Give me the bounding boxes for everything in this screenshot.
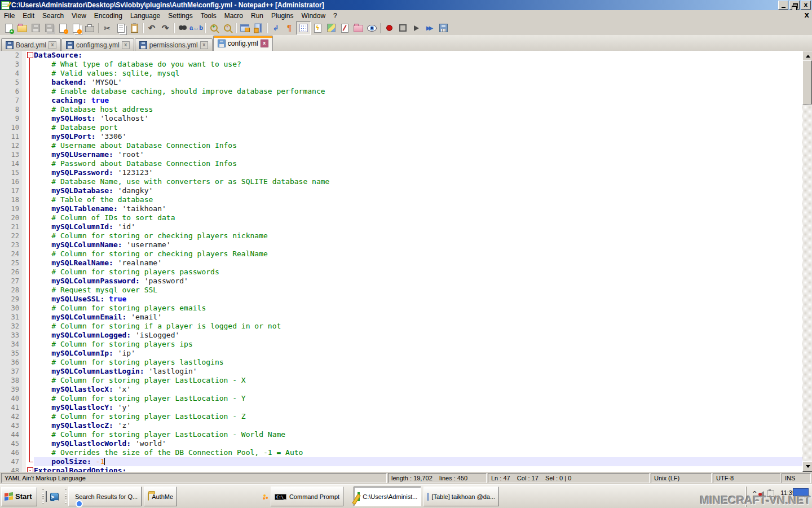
code-line-21[interactable]: 21 mySQLColumnId: 'id' <box>0 222 802 231</box>
bookmark-margin[interactable] <box>22 240 26 249</box>
fold-margin[interactable] <box>26 385 34 394</box>
taskbar-button-command-prompt[interactable]: C:\_Command Prompt <box>271 487 343 506</box>
macro-play-icon[interactable] <box>409 22 423 34</box>
code-line-43[interactable]: 43 mySQLlastlocZ: 'z' <box>0 421 802 430</box>
fold-margin[interactable] <box>26 340 34 349</box>
tab-close-icon[interactable]: x <box>122 41 130 49</box>
bookmark-margin[interactable] <box>22 304 26 313</box>
fold-margin[interactable] <box>26 213 34 222</box>
code-line-14[interactable]: 14 # Password about Database Connection … <box>0 159 802 168</box>
powershell-icon[interactable]: >_ <box>50 491 59 502</box>
fold-margin[interactable]: - <box>26 51 34 60</box>
close-all-icon[interactable]: - <box>69 22 83 34</box>
fold-margin[interactable] <box>26 331 34 340</box>
bookmark-margin[interactable] <box>22 132 26 141</box>
function-list-icon[interactable]: ϟ <box>311 22 324 34</box>
menu-help[interactable]: ? <box>329 11 341 21</box>
bookmark-margin[interactable] <box>22 249 26 259</box>
code-line-27[interactable]: 27 mySQLColumnPassword: 'password' <box>0 277 802 286</box>
bookmark-margin[interactable] <box>22 222 26 231</box>
server-manager-icon[interactable] <box>46 492 47 502</box>
status-insert-mode[interactable]: INS <box>782 473 811 483</box>
minimize-button[interactable] <box>778 1 788 10</box>
code-line-20[interactable]: 20 # Column of IDs to sort data <box>0 213 802 222</box>
fold-margin[interactable] <box>26 132 34 141</box>
code-line-7[interactable]: 7 caching: true <box>0 96 802 105</box>
fold-margin[interactable] <box>26 177 34 186</box>
menu-search[interactable]: Search <box>38 11 68 21</box>
code-line-12[interactable]: 12 # Username about Database Connection … <box>0 141 802 150</box>
code-line-22[interactable]: 22 # Column for storing or checking play… <box>0 231 802 240</box>
status-encoding[interactable]: UTF-8 <box>713 473 780 483</box>
bookmark-margin[interactable] <box>22 286 26 295</box>
vertical-scrollbar[interactable] <box>802 51 812 472</box>
fold-margin[interactable] <box>26 240 34 249</box>
bookmark-margin[interactable] <box>22 313 26 322</box>
macro-stop-icon[interactable] <box>396 22 409 34</box>
redo-icon[interactable]: ↷ <box>158 22 172 34</box>
code-line-35[interactable]: 35 mySQLColumnIp: 'ip' <box>0 349 802 358</box>
fold-margin[interactable] <box>26 231 34 240</box>
fold-margin[interactable] <box>26 403 34 412</box>
fold-margin[interactable] <box>26 376 34 385</box>
bookmark-margin[interactable] <box>22 331 26 340</box>
bookmark-margin[interactable] <box>22 204 26 213</box>
scroll-down-button[interactable] <box>802 461 812 472</box>
fold-margin[interactable] <box>26 367 34 376</box>
bookmark-margin[interactable] <box>22 466 26 472</box>
code-line-6[interactable]: 6 # Enable database caching, should impr… <box>0 87 802 96</box>
fold-margin[interactable] <box>26 141 34 150</box>
tab-Board.yml[interactable]: Board.ymlx <box>1 38 61 51</box>
fold-margin[interactable] <box>26 295 34 304</box>
code-line-17[interactable]: 17 mySQLDatabase: 'dangky' <box>0 186 802 195</box>
bookmark-margin[interactable] <box>22 268 26 277</box>
code-line-31[interactable]: 31 mySQLColumnEmail: 'email' <box>0 313 802 322</box>
bookmark-margin[interactable] <box>22 168 26 177</box>
code-line-26[interactable]: 26 # Column for storing players password… <box>0 268 802 277</box>
fold-margin[interactable] <box>26 78 34 87</box>
code-line-33[interactable]: 33 mySQLColumnLogged: 'isLogged' <box>0 331 802 340</box>
fold-margin[interactable] <box>26 87 34 96</box>
bookmark-margin[interactable] <box>22 231 26 240</box>
code-line-39[interactable]: 39 mySQLlastlocX: 'x' <box>0 385 802 394</box>
taskbar-button-c-users-administ[interactable]: C:\Users\Administ... <box>354 487 421 506</box>
code-line-30[interactable]: 30 # Column for storing players emails <box>0 304 802 313</box>
bookmark-margin[interactable] <box>22 349 26 358</box>
fold-collapse-icon[interactable]: - <box>27 52 33 58</box>
tab-configmsg.yml[interactable]: configmsg.ymlx <box>61 38 134 51</box>
fold-margin[interactable] <box>26 448 34 457</box>
menu-close-button[interactable]: X <box>805 12 809 19</box>
bookmark-margin[interactable] <box>22 277 26 286</box>
undo-icon[interactable]: ↶ <box>145 22 158 34</box>
bookmark-margin[interactable] <box>22 340 26 349</box>
project-panel-icon[interactable] <box>351 22 365 34</box>
bookmark-margin[interactable] <box>22 114 26 123</box>
bookmark-margin[interactable] <box>22 123 26 132</box>
code-line-25[interactable]: 25 mySQLRealName: 'realname' <box>0 259 802 268</box>
fold-margin[interactable] <box>26 430 34 439</box>
fold-margin[interactable] <box>26 457 34 466</box>
code-line-4[interactable]: 4 # Valid values: sqlite, mysql <box>0 69 802 78</box>
macro-record-icon[interactable] <box>382 22 396 34</box>
bookmark-margin[interactable] <box>22 186 26 195</box>
fold-margin[interactable] <box>26 358 34 367</box>
fold-margin[interactable] <box>26 277 34 286</box>
macro-run-multiple-icon[interactable]: ▶▶ <box>423 22 436 34</box>
bookmark-margin[interactable] <box>22 195 26 204</box>
bookmark-margin[interactable] <box>22 150 26 159</box>
print-icon[interactable] <box>83 22 96 34</box>
code-line-24[interactable]: 24 # Column for storing or checking play… <box>0 249 802 259</box>
bookmark-margin[interactable] <box>22 96 26 105</box>
fold-margin[interactable] <box>26 394 34 403</box>
bookmark-margin[interactable] <box>22 430 26 439</box>
show-all-characters-icon[interactable]: ¶ <box>283 22 296 34</box>
fold-margin[interactable] <box>26 349 34 358</box>
menu-edit[interactable]: Edit <box>19 11 38 21</box>
bookmark-margin[interactable] <box>22 141 26 150</box>
bookmark-margin[interactable] <box>22 60 26 69</box>
fold-margin[interactable] <box>26 322 34 331</box>
code-line-13[interactable]: 13 mySQLUsername: 'root' <box>0 150 802 159</box>
code-line-11[interactable]: 11 mySQLPort: '3306' <box>0 132 802 141</box>
word-wrap-icon[interactable]: ↲ <box>269 22 283 34</box>
doc-monitor-icon[interactable] <box>365 22 378 34</box>
